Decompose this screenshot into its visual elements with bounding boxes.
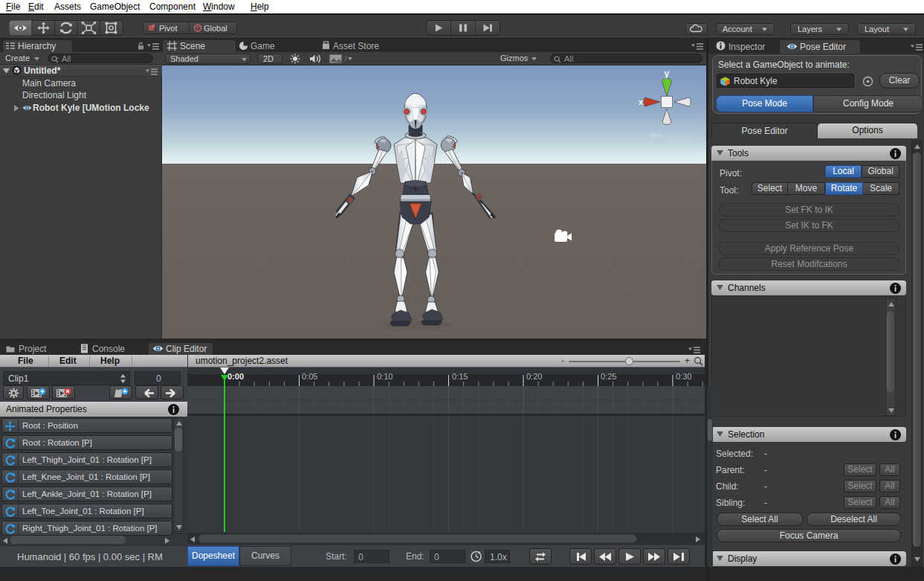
svg-text:0:05: 0:05: [302, 372, 317, 381]
svg-text:0:30: 0:30: [676, 372, 691, 381]
svg-text:Global: Global: [204, 24, 227, 33]
svg-text:Persp: Persp: [665, 132, 689, 142]
svg-text:0:00: 0:00: [227, 372, 244, 381]
svg-text:0:10: 0:10: [377, 372, 392, 381]
svg-text:y: y: [665, 68, 670, 79]
svg-text:Pivot: Pivot: [159, 24, 177, 33]
svg-text:Account: Account: [723, 25, 752, 33]
svg-text:0:25: 0:25: [601, 372, 616, 381]
svg-text:0:15: 0:15: [452, 372, 468, 381]
svg-text:x: x: [639, 97, 644, 106]
svg-text:Layers: Layers: [798, 25, 823, 33]
svg-text:0:20: 0:20: [526, 372, 542, 381]
svg-text:Layout: Layout: [865, 25, 889, 33]
